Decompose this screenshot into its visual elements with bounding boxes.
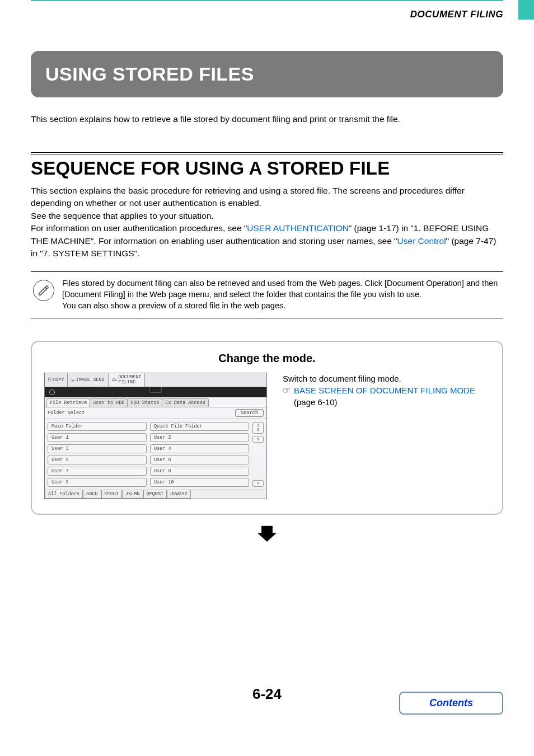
mock-subtab-ex: Ex Data Access — [162, 398, 208, 407]
mock-user4: User 4 — [150, 444, 249, 453]
mock-alpha-jklmn: JKLMN — [122, 490, 143, 499]
section-title: SEQUENCE FOR USING A STORED FILE — [31, 158, 503, 179]
step-text-2: (page 6-10) — [294, 397, 338, 407]
mock-tab-blank — [145, 373, 266, 387]
pointer-icon: ☞ — [283, 384, 291, 397]
note-line1: Files stored by document filing can also… — [62, 278, 500, 300]
body-p1: This section explains the basic procedur… — [31, 186, 465, 208]
note-line2: You can also show a preview of a stored … — [62, 300, 500, 311]
link-user-auth[interactable]: USER AUTHENTICATION — [247, 223, 348, 233]
mock-tab-imagesend: ✉ IMAGE SEND — [68, 373, 108, 387]
mock-tab-docfiling: 🗂 DOCUMENT FILING — [109, 373, 146, 387]
section-rule: SEQUENCE FOR USING A STORED FILE — [31, 152, 503, 179]
mock-user5: User 5 — [48, 456, 147, 464]
mock-subtab-retrieve: File Retrieve — [46, 398, 90, 407]
contents-link[interactable]: Contents — [429, 697, 473, 708]
link-user-control[interactable]: User Control — [397, 236, 446, 246]
filing-icon: 🗂 — [112, 377, 117, 383]
mock-quickfile: Quick File Folder — [150, 422, 249, 431]
section-body: This section explains the basic procedur… — [31, 185, 503, 260]
step-text-1: Switch to document filing mode. — [283, 373, 490, 384]
note-box: Files stored by document filing can also… — [31, 271, 503, 319]
mock-folder-select: Folder Select — [48, 410, 85, 416]
mock-alpha-efghi: EFGHI — [101, 490, 123, 499]
mock-user6: User 6 — [150, 456, 249, 464]
mock-user8: User 8 — [150, 467, 249, 476]
mock-tab-copy: ⎘ COPY — [45, 373, 68, 387]
body-p2: See the sequence that applies to your si… — [31, 211, 214, 220]
mock-dock — [45, 387, 266, 397]
step-box: Change the mode. ⎘ COPY ✉ IMAGE SEND — [31, 341, 503, 515]
mock-user3: User 3 — [48, 444, 147, 453]
screen-mock: ⎘ COPY ✉ IMAGE SEND 🗂 DOCUMENT FILING — [44, 373, 267, 499]
intro-text: This section explains how to retrieve a … — [31, 113, 503, 125]
mock-user2: User 2 — [150, 433, 249, 442]
mock-user1: User 1 — [48, 433, 147, 442]
mock-user10: User 10 — [150, 478, 249, 487]
edge-tab — [518, 0, 534, 20]
note-icon — [33, 280, 54, 301]
globe-icon — [49, 389, 55, 395]
link-base-screen[interactable]: BASE SCREEN OF DOCUMENT FILING MODE — [294, 386, 475, 395]
header-section: DOCUMENT FILING — [31, 9, 503, 20]
mock-user9: User 9 — [48, 478, 147, 487]
body-p3a: For information on user authentication p… — [31, 223, 247, 233]
mock-alpha-opqrst: OPQRST — [143, 490, 167, 499]
mock-search-btn: Search — [235, 409, 264, 417]
mock-subtab-hdd: HDD Status — [127, 398, 162, 407]
step-title: Change the mode. — [44, 352, 490, 365]
mock-subtab-scan: Scan to HDD — [90, 398, 128, 407]
send-icon: ✉ — [71, 377, 74, 383]
mock-alpha-uvwxyz: UVWXYZ — [167, 490, 191, 499]
mock-alpha-all: All Folders — [45, 490, 83, 499]
copy-icon: ⎘ — [48, 377, 51, 383]
mock-scroll-down: ⬇ — [252, 480, 264, 487]
page-header: DOCUMENT FILING — [31, 0, 503, 20]
continue-arrow — [31, 523, 503, 544]
mock-page-indicator: 12 — [252, 422, 264, 434]
mock-alpha-abcd: ABCD — [83, 490, 101, 499]
mock-scroll-up: ⬆ — [252, 436, 264, 443]
dock-notch — [149, 387, 162, 393]
mock-user7: User 7 — [48, 467, 147, 476]
chapter-title: USING STORED FILES — [31, 51, 503, 97]
mock-main-folder: Main Folder — [48, 422, 147, 431]
contents-button[interactable]: Contents — [399, 692, 503, 715]
